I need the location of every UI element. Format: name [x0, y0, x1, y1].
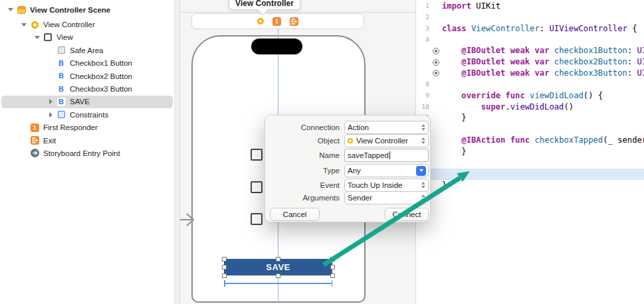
connection-dialog: ConnectionActionObjectView ControllerNam…	[265, 115, 431, 222]
pane-divider[interactable]	[174, 0, 180, 304]
chevron-down-icon[interactable]	[19, 19, 29, 30]
button-icon: B	[57, 85, 66, 94]
connect-button[interactable]: Connect	[385, 208, 429, 221]
outline-item-label: View Controller	[43, 21, 95, 29]
checkbox-2[interactable]	[251, 181, 263, 193]
selection-handle[interactable]	[222, 273, 227, 278]
cancel-button[interactable]: Cancel	[270, 208, 320, 221]
exit-icon[interactable]	[290, 17, 298, 26]
outline-item-checkbox3-button[interactable]: BCheckbox3 Button	[1, 82, 173, 95]
outline-item-label: Safe Area	[70, 46, 104, 54]
code-line[interactable]: 17}	[416, 180, 644, 191]
first-responder-icon[interactable]: 1	[272, 17, 281, 26]
code-line[interactable]: 12	[416, 123, 644, 135]
outline-item-storyboard-entry-point[interactable]: Storyboard Entry Point	[1, 147, 173, 159]
code-line[interactable]: @IBOutlet weak var checkbox1Button: UIBu…	[416, 45, 644, 56]
code-text: @IBOutlet weak var checkbox1Button: UIBu…	[442, 45, 644, 56]
code-line[interactable]: 8	[416, 79, 644, 90]
outline-item-constraints[interactable]: Constraints	[1, 108, 173, 121]
arguments-dropdown[interactable]: Sender	[344, 191, 429, 204]
stepper-chevrons-icon	[421, 137, 425, 144]
scene-icon	[17, 6, 26, 14]
code-line[interactable]: @IBOutlet weak var checkbox2Button: UIBu…	[416, 56, 644, 68]
code-line[interactable]: 10 super.viewDidLoad()	[416, 102, 644, 113]
text-caret	[389, 151, 390, 159]
outline-item-save[interactable]: BSAVE	[1, 96, 173, 108]
name-input[interactable]: saveTapped	[344, 149, 429, 162]
dialog-row-connection: ConnectionAction	[265, 121, 431, 134]
selection-handle[interactable]	[330, 273, 335, 278]
connection-well-icon[interactable]	[429, 48, 442, 54]
iconbox	[43, 32, 53, 42]
outline-item-label: Checkbox3 Button	[70, 85, 132, 93]
code-line[interactable]: 13 @IBAction func checkboxTapped(_ sende…	[416, 135, 644, 146]
chevron-down-icon[interactable]	[5, 5, 16, 15]
code-line[interactable]: 9 override func viewDidLoad() {	[416, 90, 644, 102]
outline-item-checkbox1-button[interactable]: BCheckbox1 Button	[1, 57, 173, 70]
chevron-down-icon[interactable]	[32, 32, 43, 42]
field-value: View Controller	[356, 137, 420, 145]
code-text: super.viewDidLoad()	[442, 102, 574, 113]
chevron-spacer	[19, 148, 29, 159]
scene-dock[interactable]: 1	[191, 13, 364, 29]
object-dropdown[interactable]: View Controller	[344, 134, 429, 147]
code-line[interactable]: 14 }	[416, 146, 644, 157]
button-icon: B	[57, 72, 66, 80]
code-line[interactable]: @IBOutlet weak var checkbox3Button: UIBu…	[416, 68, 644, 79]
chevron-right-icon[interactable]	[45, 110, 56, 120]
xcode-interface-builder-window: View Controller SceneView ControllerView…	[0, 0, 644, 304]
checkbox-3[interactable]	[251, 213, 263, 225]
connection-well-icon[interactable]	[429, 59, 442, 66]
selection-handle[interactable]	[222, 265, 227, 269]
outline-item-view[interactable]: View	[1, 31, 173, 44]
line-number: 1	[416, 1, 429, 12]
code-line[interactable]: 1import UIKit	[416, 1, 644, 12]
code-line[interactable]: 3class ViewController: UIViewController …	[416, 23, 644, 35]
selection-handle[interactable]	[222, 257, 227, 262]
view-controller-icon[interactable]	[257, 18, 264, 25]
connection-well-icon[interactable]	[429, 70, 442, 76]
outline-item-view-controller-scene[interactable]: View Controller Scene	[1, 3, 173, 16]
selection-handle[interactable]	[330, 257, 335, 262]
type-dropdown[interactable]: Any	[344, 164, 429, 177]
checkbox-1[interactable]	[251, 149, 263, 161]
chevron-right-icon[interactable]	[45, 96, 56, 107]
code-line[interactable]: 19	[416, 202, 644, 213]
outline-item-label: Checkbox2 Button	[70, 72, 132, 80]
field-label: Name	[265, 149, 340, 162]
code-text: @IBOutlet weak var checkbox3Button: UIBu…	[442, 68, 644, 79]
code-line[interactable]: 18	[416, 190, 644, 202]
iconbox: B	[56, 58, 66, 68]
code-line[interactable]: 11 }	[416, 112, 644, 123]
code-line-highlighted[interactable]: 16	[416, 169, 644, 180]
field-label: Event	[265, 179, 340, 192]
line-number: 9	[416, 90, 429, 102]
code-line[interactable]: 4	[416, 35, 644, 46]
selection-handle[interactable]	[276, 257, 280, 262]
selection-handle[interactable]	[330, 265, 335, 269]
outline-item-first-responder[interactable]: 1First Responder	[1, 121, 173, 134]
outline-item-checkbox2-button[interactable]: BCheckbox2 Button	[1, 70, 173, 82]
connection-dropdown[interactable]: Action	[344, 121, 429, 134]
outline-item-exit[interactable]: Exit	[1, 134, 173, 147]
dynamic-island	[251, 38, 302, 54]
chevron-spacer	[45, 45, 56, 56]
code-line[interactable]: 15	[416, 157, 644, 169]
event-dropdown[interactable]: Touch Up Inside	[344, 179, 429, 192]
view-icon	[44, 33, 52, 41]
outline-item-view-controller[interactable]: View Controller	[1, 18, 173, 31]
iconbox	[56, 45, 66, 56]
code-line[interactable]: 20	[416, 213, 644, 224]
outline-item-safe-area[interactable]: Safe Area	[1, 44, 173, 56]
line-number: 3	[416, 23, 429, 35]
code-text: import UIKit	[442, 1, 500, 12]
code-editor[interactable]: 1import UIKit23class ViewController: UIV…	[415, 0, 644, 304]
field-label: Connection	[265, 121, 340, 134]
chevron-spacer	[19, 122, 29, 133]
code-text: }	[442, 112, 467, 123]
selection-handle[interactable]	[276, 273, 280, 278]
dialog-row-arguments: ArgumentsSender	[265, 191, 431, 204]
code-line[interactable]: 2	[416, 12, 644, 23]
combo-chevron-badge-icon[interactable]	[416, 166, 426, 176]
canvas-top-divider	[180, 12, 415, 13]
